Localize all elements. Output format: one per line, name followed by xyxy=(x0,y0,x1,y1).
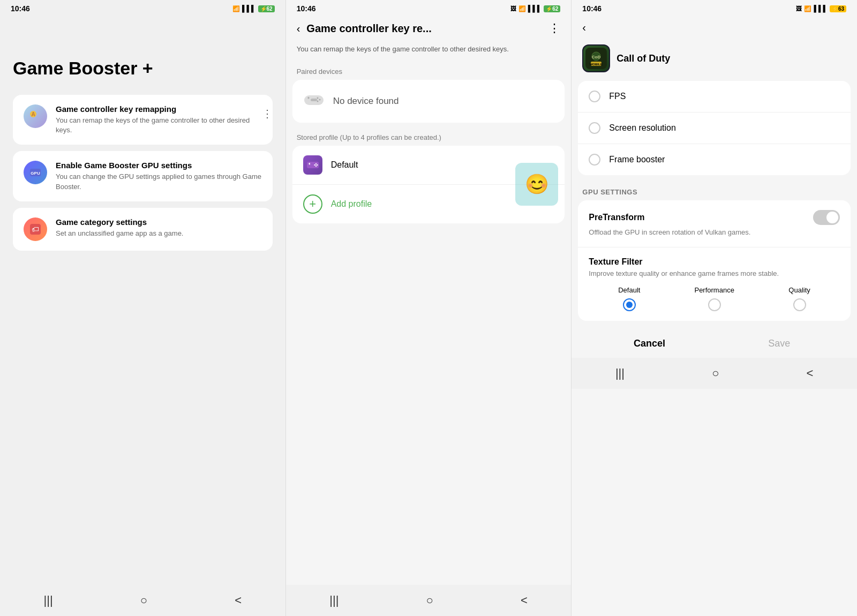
texture-default-radio[interactable] xyxy=(623,298,636,311)
remap-title: Game controller key remapping xyxy=(56,104,262,114)
cancel-button[interactable]: Cancel xyxy=(584,338,714,349)
nav-home-1[interactable]: ○ xyxy=(140,594,147,607)
screen-resolution-row[interactable]: Screen resolution xyxy=(578,112,851,144)
more-button-2[interactable]: ⋮ xyxy=(548,21,560,35)
svg-rect-8 xyxy=(308,97,309,99)
fps-row[interactable]: FPS xyxy=(578,81,851,112)
nav-back-2[interactable]: < xyxy=(521,594,528,607)
fps-radio[interactable] xyxy=(589,91,600,102)
svg-text:CoD: CoD xyxy=(592,55,601,59)
svg-text:MOBILE: MOBILE xyxy=(590,63,603,66)
panel1-content: Game Booster + ⋮ A Game controller key r… xyxy=(0,15,285,585)
nav-bar-2: ||| ○ < xyxy=(286,585,572,616)
texture-quality-radio[interactable] xyxy=(793,298,806,311)
page-title: Game Booster + xyxy=(13,58,273,79)
more-options-button[interactable]: ⋮ xyxy=(262,107,273,120)
nav-home-2[interactable]: ○ xyxy=(426,594,433,607)
signal-icon-3: ▌▌▌ xyxy=(814,5,828,12)
remap-icon: A xyxy=(24,104,47,128)
game-info: CoD MOBILE Call of Duty xyxy=(572,40,857,81)
wifi-icon-3: 📶 xyxy=(804,5,811,12)
game-title: Call of Duty xyxy=(617,53,670,64)
gpu-card: PreTransform Offload the GPU in screen r… xyxy=(578,200,851,321)
texture-default-option[interactable]: Default xyxy=(589,286,670,311)
time-1: 10:46 xyxy=(11,4,30,13)
signal-icon-2: ▌▌▌ xyxy=(528,5,542,12)
svg-point-17 xyxy=(315,163,316,164)
back-button-3[interactable]: ‹ xyxy=(582,21,586,34)
texture-quality-option[interactable]: Quality xyxy=(759,286,840,311)
panel-gpu-settings: 10:46 🖼 📶 ▌▌▌ ⚡63 ‹ CoD MOBILE Call of D… xyxy=(572,0,857,616)
status-icons-2: 🖼 📶 ▌▌▌ ⚡62 xyxy=(510,5,561,12)
status-bar-3: 10:46 🖼 📶 ▌▌▌ ⚡63 xyxy=(572,0,857,15)
category-text: Game category settings Set an unclassifi… xyxy=(56,217,183,238)
pretransform-row: PreTransform Offload the GPU in screen r… xyxy=(578,200,851,247)
pretransform-toggle[interactable] xyxy=(813,210,840,225)
paired-label: Paired devices xyxy=(286,65,572,80)
nav-recent-3[interactable]: ||| xyxy=(615,366,625,380)
texture-performance-radio[interactable] xyxy=(708,298,721,311)
smiley-overlay: 😊 xyxy=(515,163,558,206)
panel3-header: ‹ xyxy=(572,15,857,40)
remap-text: Game controller key remapping You can re… xyxy=(56,104,262,135)
status-bar-1: 10:46 📶 ▌▌▌ ⚡62 xyxy=(0,0,285,15)
panel2-header: ‹ Game controller key re... ⋮ xyxy=(286,15,572,42)
back-button-2[interactable]: ‹ xyxy=(297,22,300,35)
nav-home-3[interactable]: ○ xyxy=(712,366,719,380)
panel-key-remap: 10:46 🖼 📶 ▌▌▌ ⚡62 ‹ Game controller key … xyxy=(286,0,572,616)
save-button[interactable]: Save xyxy=(715,338,844,349)
gpu-icon: GPU xyxy=(24,161,47,184)
resolution-radio[interactable] xyxy=(589,122,600,134)
status-icons-3: 🖼 📶 ▌▌▌ ⚡63 xyxy=(796,5,846,12)
texture-filter-desc: Improve texture quality or enhance game … xyxy=(589,269,840,279)
svg-point-10 xyxy=(319,99,320,101)
panel-game-booster: 10:46 📶 ▌▌▌ ⚡62 Game Booster + ⋮ A Game … xyxy=(0,0,285,616)
wifi-icon: 📶 xyxy=(232,5,240,12)
time-3: 10:46 xyxy=(582,4,602,13)
menu-item-remap[interactable]: A Game controller key remapping You can … xyxy=(13,95,273,145)
screenshot-icon: 🖼 xyxy=(510,5,516,12)
frame-booster-row[interactable]: Frame booster xyxy=(578,144,851,175)
svg-point-19 xyxy=(314,164,315,165)
time-2: 10:46 xyxy=(297,4,316,13)
battery-badge-1: ⚡62 xyxy=(258,5,275,12)
wifi-icon-2: 📶 xyxy=(518,5,526,12)
status-bar-2: 10:46 🖼 📶 ▌▌▌ ⚡62 xyxy=(286,0,572,15)
svg-point-20 xyxy=(315,165,316,166)
pretransform-title: PreTransform xyxy=(589,213,644,222)
svg-text:GPU: GPU xyxy=(31,171,40,176)
nav-recent-2[interactable]: ||| xyxy=(329,594,339,607)
nav-back-3[interactable]: < xyxy=(807,366,814,380)
default-profile-icon xyxy=(303,155,322,175)
battery-badge-3: ⚡63 xyxy=(830,5,846,12)
performance-settings-card: FPS Screen resolution Frame booster xyxy=(578,81,851,175)
texture-filter-title: Texture Filter xyxy=(589,257,642,266)
texture-filter-row: Texture Filter Improve texture quality o… xyxy=(578,247,851,321)
nav-back-1[interactable]: < xyxy=(235,594,242,607)
menu-item-gpu[interactable]: GPU Enable Game Booster GPU settings You… xyxy=(13,151,273,201)
category-icon: 🏷 xyxy=(24,217,47,241)
resolution-label: Screen resolution xyxy=(609,123,676,133)
svg-point-18 xyxy=(317,164,318,165)
svg-rect-13 xyxy=(311,99,317,101)
frame-booster-label: Frame booster xyxy=(609,155,665,164)
svg-point-12 xyxy=(317,101,318,102)
pretransform-desc: Offload the GPU in screen rotation of Vu… xyxy=(589,228,750,236)
nav-recent-1[interactable]: ||| xyxy=(44,594,53,607)
frame-booster-radio[interactable] xyxy=(589,154,600,166)
svg-point-9 xyxy=(317,97,318,99)
category-desc: Set an unclassified game app as a game. xyxy=(56,229,183,238)
nav-bar-3: ||| ○ < xyxy=(572,358,857,389)
game-icon-cod: CoD MOBILE xyxy=(582,44,610,72)
default-profile-label: Default xyxy=(331,160,358,170)
texture-quality-label: Quality xyxy=(788,286,810,294)
menu-item-category[interactable]: 🏷 Game category settings Set an unclassi… xyxy=(13,208,273,251)
stored-label: Stored profile (Up to 4 profiles can be … xyxy=(286,131,572,146)
remap-desc: You can remap the keys of the game contr… xyxy=(56,116,262,135)
gpu-desc: You can change the GPU settings applied … xyxy=(56,172,262,191)
svg-rect-16 xyxy=(309,162,310,164)
texture-options: Default Performance Quality xyxy=(589,286,840,311)
texture-default-label: Default xyxy=(618,286,640,294)
no-device-text: No device found xyxy=(333,96,399,107)
texture-performance-option[interactable]: Performance xyxy=(674,286,755,311)
